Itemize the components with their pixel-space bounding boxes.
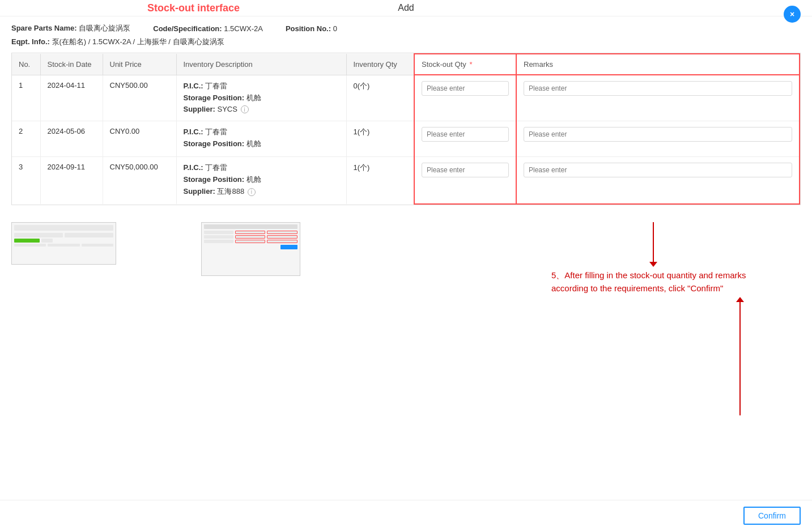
cell-stockout-3 [414, 157, 516, 205]
cell-no-3: 3 [12, 157, 40, 205]
remarks-input-1[interactable] [524, 81, 792, 96]
stockout-qty-input-2[interactable] [422, 127, 509, 142]
cell-remarks-3 [516, 157, 800, 205]
annotation-section: 5、After filling in the stock-out quantit… [0, 211, 812, 427]
page-title-left: Stock-out interface [147, 2, 240, 14]
screenshot-2 [201, 222, 300, 276]
col-header-remarks: Remarks [516, 54, 800, 75]
info-icon-1[interactable]: i [241, 105, 249, 113]
confirm-button[interactable]: Confirm [743, 507, 801, 525]
stockout-qty-input-1[interactable] [422, 81, 509, 96]
inventory-table: No. Stock-in Date Unit Price Inventory D… [11, 53, 801, 205]
arrow-head-down [649, 262, 657, 267]
arrow-line-up [739, 302, 741, 415]
cell-date-1: 2024-04-11 [40, 75, 103, 121]
cell-remarks-1 [516, 75, 800, 121]
cell-no-1: 1 [12, 75, 40, 121]
col-header-no: No. [12, 54, 40, 75]
instruction-area: 5、After filling in the stock-out quantit… [551, 222, 755, 415]
position-label: Position No.: 0 [286, 24, 337, 33]
table-header-row: No. Stock-in Date Unit Price Inventory D… [12, 54, 800, 75]
cell-date-2: 2024-05-06 [40, 121, 103, 157]
page-header: Stock-out interface Add × [0, 0, 812, 16]
instruction-text: 5、After filling in the stock-out quantit… [551, 269, 755, 295]
info-row-2: Eqpt. Info.: 泵(在船名) / 1.5CWX-2A / 上海振华 /… [11, 37, 801, 47]
cell-qty-1: 0(个) [346, 75, 414, 121]
col-header-desc: Inventory Description [176, 54, 346, 75]
close-button[interactable]: × [784, 6, 801, 23]
col-header-stockout: Stock-out Qty * [414, 54, 516, 75]
required-star: * [469, 60, 472, 69]
screenshots-left [11, 222, 116, 265]
cell-remarks-2 [516, 121, 800, 157]
eqpt-info: Eqpt. Info.: 泵(在船名) / 1.5CWX-2A / 上海振华 /… [11, 37, 224, 47]
cell-qty-2: 1(个) [346, 121, 414, 157]
cell-price-3: CNY50,000.00 [103, 157, 176, 205]
col-header-date: Stock-in Date [40, 54, 103, 75]
cell-desc-2: P.I.C.: 丁春雷 Storage Position: 机舱 [176, 121, 346, 157]
info-icon-3[interactable]: i [248, 188, 256, 196]
info-row-1: Spare Parts Name: 自吸离心旋涡泵 Code/Specifica… [11, 23, 801, 33]
col-header-qty: Inventory Qty [346, 54, 414, 75]
screenshots-right [201, 222, 300, 276]
table-row: 1 2024-04-11 CNY500.00 P.I.C.: 丁春雷 Stora… [12, 75, 800, 121]
cell-desc-1: P.I.C.: 丁春雷 Storage Position: 机舱 Supplie… [176, 75, 346, 121]
arrow-line-down [653, 222, 654, 262]
remarks-input-3[interactable] [524, 163, 792, 177]
page-footer: Confirm [0, 500, 812, 531]
cell-price-2: CNY0.00 [103, 121, 176, 157]
cell-desc-3: P.I.C.: 丁春雷 Storage Position: 机舱 Supplie… [176, 157, 346, 205]
info-section: Spare Parts Name: 自吸离心旋涡泵 Code/Specifica… [0, 16, 812, 53]
remarks-input-2[interactable] [524, 127, 792, 142]
cell-stockout-2 [414, 121, 516, 157]
cell-price-1: CNY500.00 [103, 75, 176, 121]
table-row: 2 2024-05-06 CNY0.00 P.I.C.: 丁春雷 Storage… [12, 121, 800, 157]
cell-qty-3: 1(个) [346, 157, 414, 205]
cell-stockout-1 [414, 75, 516, 121]
col-header-price: Unit Price [103, 54, 176, 75]
page-title-center: Add [398, 3, 414, 13]
arrow-head-up [736, 297, 744, 302]
screenshot-1 [11, 222, 116, 265]
cell-date-3: 2024-09-11 [40, 157, 103, 205]
table-row: 3 2024-09-11 CNY50,000.00 P.I.C.: 丁春雷 St… [12, 157, 800, 205]
stockout-qty-input-3[interactable] [422, 163, 509, 177]
arrow-down-container [649, 222, 657, 267]
cell-no-2: 2 [12, 121, 40, 157]
spare-parts-label: Spare Parts Name: 自吸离心旋涡泵 [11, 23, 130, 33]
code-label: Code/Specification: 1.5CWX-2A [153, 24, 263, 33]
arrow-up-container [736, 297, 744, 415]
